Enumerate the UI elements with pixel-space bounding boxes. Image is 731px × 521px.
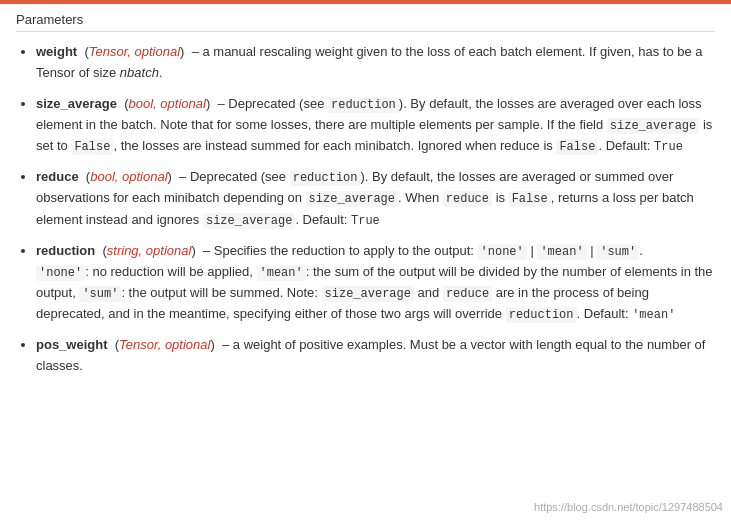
code-size-average-2: size_average	[306, 191, 398, 207]
param-type-size-average: bool, optional	[129, 96, 206, 111]
page-wrapper: Parameters weight (Tensor, optional) – a…	[0, 0, 731, 521]
code-none-option: 'none'	[478, 244, 527, 260]
code-reduction-3: reduction	[506, 307, 577, 323]
code-false-2: False	[556, 139, 598, 155]
section-title: Parameters	[16, 12, 715, 32]
code-false-3: False	[509, 191, 551, 207]
param-type-weight: Tensor, optional	[89, 44, 180, 59]
code-none-2: 'none'	[36, 265, 85, 281]
param-weight: weight (Tensor, optional) – a manual res…	[36, 42, 715, 84]
code-reduce-2: reduce	[443, 286, 492, 302]
param-name-pos-weight: pos_weight	[36, 337, 108, 352]
param-name-size-average: size_average	[36, 96, 117, 111]
param-name-weight: weight	[36, 44, 77, 59]
code-mean-2: 'mean'	[257, 265, 306, 281]
param-name-reduction: reduction	[36, 243, 95, 258]
default-mean: 'mean'	[632, 308, 675, 322]
main-container: Parameters weight (Tensor, optional) – a…	[0, 4, 731, 403]
params-list: weight (Tensor, optional) – a manual res…	[36, 42, 715, 377]
param-name-reduce: reduce	[36, 169, 79, 184]
param-pos-weight: pos_weight (Tensor, optional) – a weight…	[36, 335, 715, 377]
code-reduction-2: reduction	[290, 170, 361, 186]
param-size-average: size_average (bool, optional) – Deprecat…	[36, 94, 715, 158]
param-reduction: reduction (string, optional) – Specifies…	[36, 241, 715, 326]
default-true-2: True	[351, 214, 380, 228]
code-mean-option: 'mean'	[537, 244, 586, 260]
param-type-reduction: string, optional	[107, 243, 192, 258]
code-size-average-3: size_average	[203, 213, 295, 229]
param-type-pos-weight: Tensor, optional	[119, 337, 210, 352]
param-reduce: reduce (bool, optional) – Deprecated (se…	[36, 167, 715, 231]
code-reduce-1: reduce	[443, 191, 492, 207]
code-false-1: False	[71, 139, 113, 155]
param-type-reduce: bool, optional	[90, 169, 167, 184]
default-true-1: True	[654, 140, 683, 154]
code-size-average-4: size_average	[322, 286, 414, 302]
code-sum-option: 'sum'	[597, 244, 639, 260]
code-reduction-1: reduction	[328, 97, 399, 113]
code-sum-2: 'sum'	[79, 286, 121, 302]
watermark: https://blog.csdn.net/topic/1297488504	[534, 501, 723, 513]
code-size-average-1: size_average	[607, 118, 699, 134]
